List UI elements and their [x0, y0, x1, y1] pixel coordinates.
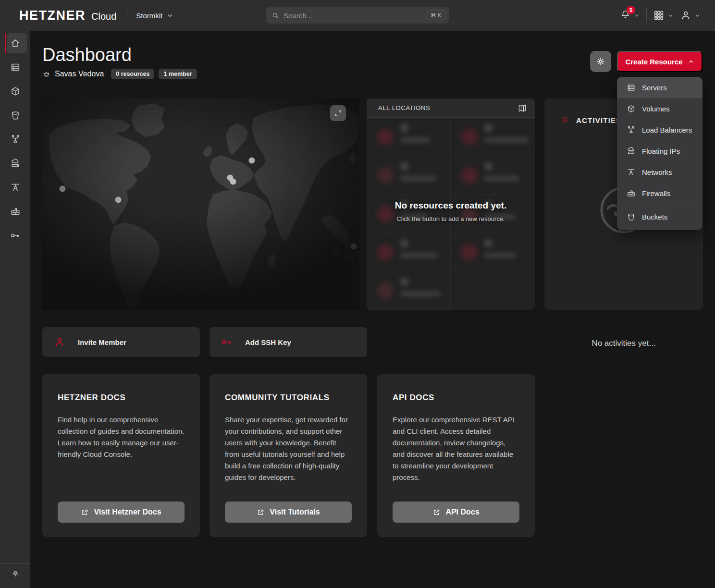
sidebar-item-servers[interactable] [0, 55, 30, 79]
notification-badge: 5 [627, 6, 635, 14]
visit-hetzner-docs-button[interactable]: Visit Hetzner Docs [58, 502, 185, 523]
project-switcher[interactable]: Stormkit [136, 12, 173, 20]
map-expand-button[interactable] [330, 105, 346, 121]
topbar-divider [127, 8, 127, 23]
volume-cube-icon [10, 86, 21, 97]
button-label: Visit Tutorials [270, 508, 320, 516]
api-docs-card: API DOCS Explore our comprehensive REST … [377, 374, 535, 537]
sidebar-item-buckets[interactable] [0, 103, 30, 127]
location-dot-us-west [60, 186, 66, 192]
apps-menu-button[interactable] [653, 10, 674, 21]
sidebar-item-ssh-keys[interactable] [0, 223, 30, 247]
card-body: Find help in our comprehensive collectio… [58, 414, 185, 460]
notifications-button[interactable]: 5 [620, 9, 640, 22]
sidebar-item-load-balancers[interactable] [0, 127, 30, 151]
chevron-down-icon [634, 12, 640, 19]
world-map [42, 98, 359, 310]
home-icon [10, 38, 21, 49]
chevron-down-icon [166, 12, 173, 19]
hetzner-docs-card: HETZNER DOCS Find help in our comprehens… [42, 374, 200, 537]
sidebar-pin-toggle[interactable] [0, 564, 30, 588]
project-name: Stormkit [136, 12, 162, 20]
load-balancer-icon [627, 125, 636, 135]
external-link-icon [257, 508, 265, 516]
api-docs-button[interactable]: API Docs [393, 502, 519, 523]
owner-name: Savas Vedova [55, 70, 104, 78]
chevron-down-icon [667, 12, 674, 19]
volume-cube-icon [627, 104, 636, 113]
menu-item-volumes[interactable]: Volumes [617, 98, 703, 119]
menu-item-floating-ips[interactable]: Floating IPs [617, 140, 703, 161]
location-dot-germany-2 [230, 179, 236, 185]
menu-item-label: Servers [642, 84, 667, 92]
blurred-stat-cell [367, 233, 451, 271]
pin-icon [11, 570, 20, 579]
invite-member-button[interactable]: Invite Member [42, 327, 200, 357]
floating-ip-icon [627, 147, 636, 156]
external-link-icon [81, 508, 89, 516]
crown-icon [42, 70, 50, 78]
expand-icon [334, 109, 343, 118]
key-icon [221, 336, 233, 348]
add-ssh-key-label: Add SSH Key [245, 338, 291, 346]
all-locations-panel: ALL LOCATIONS No resources created yet. … [367, 98, 535, 310]
menu-item-firewalls[interactable]: Firewalls [617, 183, 703, 204]
menu-item-label: Floating IPs [642, 147, 680, 155]
logo-product: Cloud [91, 11, 116, 22]
bucket-icon [10, 110, 21, 121]
menu-divider [617, 205, 703, 205]
chevron-down-icon [694, 12, 701, 19]
dashboard-settings-button[interactable] [590, 51, 611, 72]
gear-icon [595, 56, 606, 67]
search-bar: ⌘ K [266, 7, 449, 24]
menu-item-label: Volumes [642, 105, 670, 113]
menu-item-label: Firewalls [642, 189, 670, 197]
card-body: Explore our comprehensive REST API and C… [393, 414, 519, 483]
menu-item-load-balancers[interactable]: Load Balancers [617, 119, 703, 140]
menu-item-buckets[interactable]: Buckets [617, 206, 703, 227]
blurred-stat-cell [367, 271, 451, 310]
map-icon[interactable] [518, 103, 527, 113]
hetzner-logo[interactable]: HETZNER Cloud [19, 8, 116, 23]
search-icon [271, 12, 280, 20]
blurred-stat-cell [367, 195, 451, 233]
button-label: Visit Hetzner Docs [94, 508, 161, 516]
visit-tutorials-button[interactable]: Visit Tutorials [225, 502, 352, 523]
community-tutorials-card: COMMUNITY TUTORIALS Share your expertise… [210, 374, 367, 537]
locations-panel-header: ALL LOCATIONS [367, 98, 535, 118]
sidebar-item-firewalls[interactable] [0, 199, 30, 223]
topbar-divider [646, 8, 647, 23]
blurred-stat-cell [451, 195, 535, 233]
sidebar-item-floating-ips[interactable] [0, 151, 30, 175]
activities-empty-text: No activities yet... [544, 339, 703, 348]
menu-item-label: Networks [642, 168, 672, 176]
search-input[interactable] [284, 12, 427, 20]
menu-item-networks[interactable]: Networks [617, 161, 703, 183]
blurred-stat-cell [451, 156, 535, 195]
menu-item-servers[interactable]: Servers [617, 77, 703, 98]
floating-ip-icon [10, 158, 21, 169]
network-icon [10, 182, 21, 193]
resources-count-badge: 0 resources [111, 69, 154, 79]
server-icon [627, 83, 636, 92]
create-resource-button[interactable]: Create Resource [617, 51, 703, 72]
network-icon [627, 168, 636, 177]
top-bar: HETZNER Cloud Stormkit ⌘ K 5 [0, 0, 715, 31]
locations-panel-title: ALL LOCATIONS [378, 104, 430, 111]
sidebar-item-networks[interactable] [0, 175, 30, 199]
sidebar-item-home[interactable] [0, 31, 30, 55]
hetzner-cloud-dashboard: HETZNER Cloud Stormkit ⌘ K 5 [0, 0, 715, 588]
user-icon [680, 10, 691, 21]
server-icon [10, 62, 21, 73]
create-resource-menu: Servers Volumes Load Balancers Floating … [617, 77, 703, 230]
sidebar-item-volumes[interactable] [0, 79, 30, 103]
card-title: API DOCS [393, 393, 519, 403]
invite-member-label: Invite Member [78, 338, 126, 346]
add-ssh-key-button[interactable]: Add SSH Key [210, 327, 367, 357]
blurred-resource-stats [367, 118, 535, 310]
account-menu-button[interactable] [680, 10, 701, 21]
menu-item-label: Load Balancers [642, 126, 692, 134]
sidebar-nav [0, 31, 30, 588]
logo-text: HETZNER [19, 8, 86, 23]
external-link-icon [432, 508, 441, 516]
